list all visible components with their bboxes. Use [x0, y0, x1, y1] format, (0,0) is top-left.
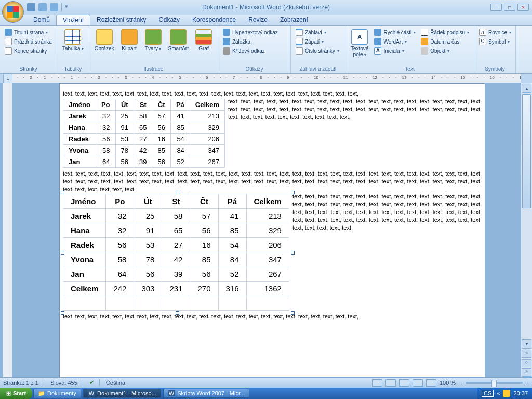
prev-page-icon[interactable]: «	[522, 350, 531, 358]
table-cell[interactable]: 56	[152, 156, 170, 167]
resize-handle-icon[interactable]	[61, 251, 64, 255]
table-cell[interactable]: 270	[190, 282, 218, 296]
table-cell[interactable]: 329	[246, 223, 289, 238]
table-cell[interactable]: 42	[162, 252, 190, 267]
table-cell[interactable]: 1362	[246, 282, 289, 296]
object-button[interactable]: Objekt	[419, 47, 471, 55]
table-cell[interactable]: 85	[218, 223, 246, 238]
table-cell[interactable]: 64	[106, 267, 134, 282]
scroll-down-icon[interactable]: ▾	[522, 339, 531, 349]
redo-icon[interactable]	[50, 3, 58, 11]
selected-object-frame[interactable]: JménoPoÚtStČtPáCelkemJarek3225585741213H…	[63, 193, 292, 313]
table-row[interactable]: Radek5653271654206	[63, 133, 225, 144]
status-language[interactable]: Čeština	[106, 380, 125, 386]
table-1[interactable]: JménoPoÚtStČtPáCelkemJarek3225585741213H…	[63, 99, 225, 168]
table-row[interactable]: Jarek3225585741213	[63, 110, 225, 122]
table-cell[interactable]: 206	[246, 238, 289, 252]
table-cell[interactable]: 25	[134, 209, 162, 223]
tab-insert[interactable]: Vložení	[56, 15, 90, 25]
table-cell[interactable]: 56	[134, 267, 162, 282]
table-cell[interactable]: 16	[152, 133, 170, 144]
table-cell[interactable]: Radek	[63, 238, 106, 252]
view-ruler-icon[interactable]: L	[3, 74, 12, 83]
table-row[interactable]: Radek5653271654206	[63, 238, 289, 252]
table-cell[interactable]: 58	[162, 209, 190, 223]
table-row[interactable]: Celkem2423032312703161362	[63, 282, 289, 296]
table-cell[interactable]	[218, 296, 246, 311]
tab-home[interactable]: Domů	[27, 15, 56, 25]
tray-app-icon[interactable]	[503, 390, 510, 397]
resize-handle-icon[interactable]	[291, 311, 295, 315]
table-row[interactable]: Jarek3225585741213	[63, 209, 289, 223]
table-cell[interactable]: 213	[246, 209, 289, 223]
table-cell[interactable]: 57	[190, 209, 218, 223]
outline-view-button[interactable]	[413, 379, 423, 387]
table-cell[interactable]: 316	[218, 282, 246, 296]
table-row[interactable]: Yvona5878428584347	[63, 144, 225, 156]
table-cell[interactable]: 58	[106, 252, 134, 267]
resize-handle-icon[interactable]	[61, 311, 64, 315]
tab-view[interactable]: Zobrazení	[274, 15, 314, 25]
quickparts-button[interactable]: Rychlé části	[373, 28, 417, 36]
clipart-button[interactable]: Klipart	[118, 28, 140, 52]
table-cell[interactable]: 58	[96, 144, 115, 156]
table-cell[interactable]: 56	[190, 223, 218, 238]
table-row[interactable]	[63, 296, 289, 311]
table-cell[interactable]: Yvona	[63, 252, 106, 267]
table-row[interactable]: Jan6456395652267	[63, 156, 225, 167]
picture-button[interactable]: Obrázek	[92, 28, 116, 52]
table-button[interactable]: Tabulka	[60, 28, 86, 53]
table-cell[interactable]: Jan	[63, 267, 106, 282]
resize-handle-icon[interactable]	[61, 191, 64, 194]
tab-references[interactable]: Odkazy	[152, 15, 186, 25]
table-cell[interactable]	[106, 296, 134, 311]
table-cell[interactable]: 25	[115, 110, 134, 122]
scroll-up-icon[interactable]: ▴	[522, 84, 531, 93]
table-cell[interactable]: 42	[134, 144, 152, 156]
table-cell[interactable]: Jarek	[63, 110, 96, 122]
hyperlink-button[interactable]: Hypertextový odkaz	[221, 28, 280, 36]
cover-page-button[interactable]: Titulní strana	[3, 28, 54, 36]
status-page[interactable]: Stránka: 1 z 1	[3, 380, 44, 386]
zoom-in-button[interactable]: +	[526, 380, 529, 386]
blank-page-button[interactable]: Prázdná stránka	[3, 37, 54, 46]
office-button[interactable]	[2, 1, 24, 23]
table-cell[interactable]: 84	[170, 144, 190, 156]
minimize-button[interactable]: –	[490, 4, 502, 11]
table-cell[interactable]: 54	[170, 133, 190, 144]
table-cell[interactable]: 206	[190, 133, 224, 144]
bookmark-button[interactable]: Záložka	[221, 37, 280, 46]
taskbar-item-word[interactable]: WSkripta Word 2007 - Micr...	[163, 389, 249, 398]
sigline-button[interactable]: Řádek podpisu	[419, 28, 471, 36]
table-cell[interactable]: 231	[162, 282, 190, 296]
undo-icon[interactable]	[38, 3, 47, 11]
qat-customize-icon[interactable]: ▾	[65, 3, 73, 11]
table-cell[interactable]: 65	[162, 223, 190, 238]
fullscreen-view-button[interactable]	[385, 379, 396, 387]
table-2[interactable]: JménoPoÚtStČtPáCelkemJarek3225585741213H…	[63, 194, 289, 311]
page-break-button[interactable]: Konec stránky	[3, 47, 54, 55]
restore-button[interactable]: □	[504, 4, 515, 11]
table-cell[interactable]: 53	[115, 133, 134, 144]
chart-button[interactable]: Graf	[193, 28, 215, 52]
clock[interactable]: 20:37	[513, 390, 528, 396]
dropcap-button[interactable]: AIniciála	[373, 47, 417, 55]
table-cell[interactable]: 242	[106, 282, 134, 296]
web-view-button[interactable]	[399, 379, 409, 387]
table-cell[interactable]: 329	[190, 122, 224, 133]
table-cell[interactable]: 56	[152, 122, 170, 133]
table-cell[interactable]: Celkem	[63, 282, 106, 296]
table-cell[interactable]: 57	[152, 110, 170, 122]
wordart-button[interactable]: WordArt	[373, 37, 417, 46]
smartart-button[interactable]: SmartArt	[166, 28, 191, 52]
table-cell[interactable]: 41	[170, 110, 190, 122]
table-cell[interactable]: 64	[96, 156, 115, 167]
table-cell[interactable]: 84	[218, 252, 246, 267]
crossref-button[interactable]: Křížový odkaz	[221, 47, 280, 55]
table-cell[interactable]: Jan	[63, 156, 96, 167]
resize-handle-icon[interactable]	[291, 191, 295, 194]
table-cell[interactable]: 39	[134, 156, 152, 167]
table-cell[interactable]: 27	[134, 133, 152, 144]
table-cell[interactable]: 56	[96, 133, 115, 144]
table-cell[interactable]: 267	[246, 267, 289, 282]
